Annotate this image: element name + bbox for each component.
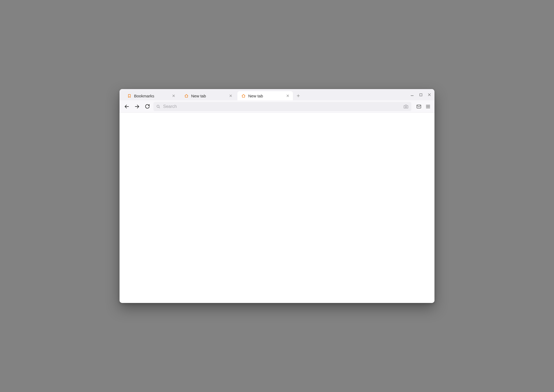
menu-icon[interactable]	[425, 103, 431, 110]
toolbar	[120, 100, 434, 113]
tab-bookmarks[interactable]: Bookmarks	[123, 91, 179, 100]
tab-strip: Bookmarks New tab New ta	[120, 89, 434, 100]
forward-button[interactable]	[133, 103, 141, 111]
home-icon	[241, 94, 246, 98]
tabs-container: Bookmarks New tab New ta	[123, 91, 293, 100]
browser-window: Bookmarks New tab New ta	[120, 89, 434, 303]
page-content	[120, 113, 434, 303]
new-tab-button[interactable]	[294, 92, 302, 100]
tab-close-button[interactable]	[171, 93, 176, 98]
svg-rect-9	[420, 94, 422, 96]
tab-label: New tab	[191, 94, 228, 98]
maximize-button[interactable]	[418, 92, 423, 97]
tab-label: New tab	[248, 94, 285, 98]
camera-icon[interactable]	[403, 104, 409, 109]
search-icon	[156, 104, 160, 109]
window-controls	[410, 89, 432, 100]
tab-label: Bookmarks	[134, 94, 171, 98]
tab-close-button[interactable]	[228, 93, 233, 98]
search-input[interactable]	[163, 104, 401, 109]
svg-point-16	[405, 106, 406, 107]
home-icon	[184, 94, 188, 98]
back-button[interactable]	[123, 103, 131, 111]
tab-close-button[interactable]	[285, 93, 290, 98]
tab-new-tab-2[interactable]: New tab	[237, 91, 293, 100]
close-window-button[interactable]	[427, 92, 432, 97]
svg-line-15	[159, 107, 160, 108]
mail-icon[interactable]	[416, 103, 422, 110]
address-bar[interactable]	[153, 102, 411, 111]
reload-button[interactable]	[143, 103, 151, 111]
toolbar-right	[416, 103, 431, 110]
tab-new-tab-1[interactable]: New tab	[180, 91, 236, 100]
bookmark-icon	[127, 94, 131, 98]
minimize-button[interactable]	[410, 92, 415, 97]
